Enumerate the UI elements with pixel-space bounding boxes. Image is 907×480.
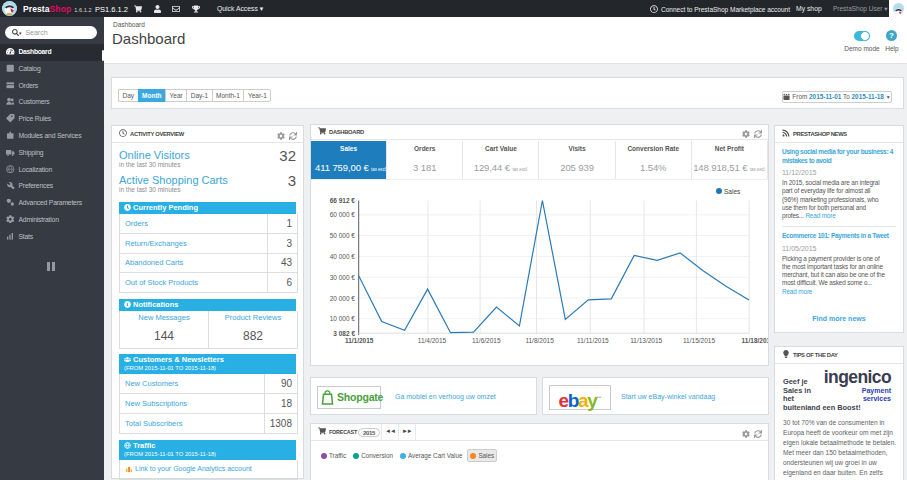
svg-text:30 000 €: 30 000 €	[330, 274, 356, 281]
svg-text:11/8/2015: 11/8/2015	[525, 337, 554, 344]
svg-text:20 000 €: 20 000 €	[330, 295, 356, 302]
svg-text:11/11/2015: 11/11/2015	[577, 337, 609, 344]
svg-text:11/13/2015: 11/13/2015	[630, 337, 662, 344]
svg-text:11/4/2015: 11/4/2015	[418, 337, 447, 344]
svg-text:60 000 €: 60 000 €	[330, 211, 356, 218]
svg-text:66 912 €: 66 912 €	[330, 197, 356, 204]
svg-text:50 000 €: 50 000 €	[330, 232, 356, 239]
svg-text:11/18/201: 11/18/201	[742, 337, 768, 344]
svg-text:11/1/2015: 11/1/2015	[345, 337, 374, 344]
svg-text:Sales: Sales	[724, 188, 741, 195]
svg-text:10 000 €: 10 000 €	[330, 315, 356, 322]
svg-text:40 000 €: 40 000 €	[330, 253, 356, 260]
svg-text:11/15/2015: 11/15/2015	[683, 337, 715, 344]
svg-text:11/6/2015: 11/6/2015	[472, 337, 501, 344]
